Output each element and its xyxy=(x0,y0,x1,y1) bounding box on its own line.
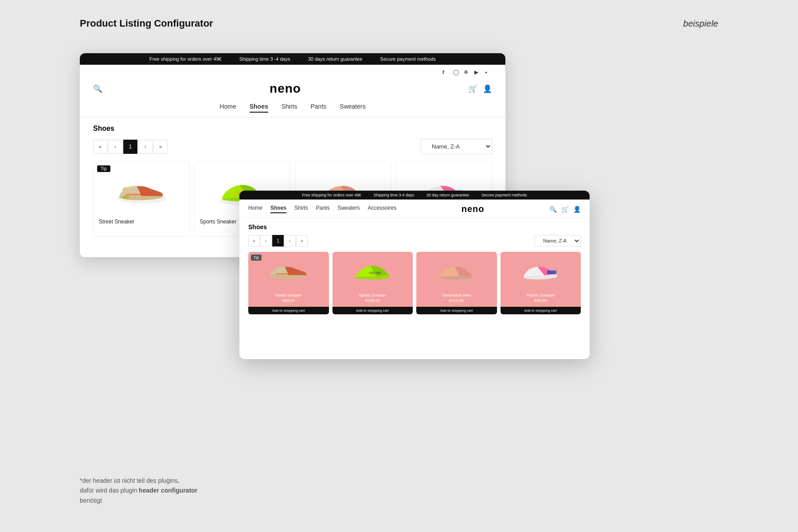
page-subtitle: beispiele xyxy=(683,19,718,29)
social-bar: 𝐟 ◯ ❉ ▶ ▪ xyxy=(93,69,492,79)
listing-controls-back: « ‹ 1 › » Name, Z-A Name, A-Z Price, low… xyxy=(93,139,492,154)
add-to-cart-1-front[interactable]: Add to shopping cart xyxy=(248,307,329,314)
footer-line-1: *der header ist nicht teil des plugins, xyxy=(80,477,180,484)
page-next-front[interactable]: › xyxy=(284,235,296,246)
footer-line-2-prefix: dafür wird das plugin xyxy=(80,487,139,494)
search-icon-front[interactable]: 🔍 xyxy=(549,206,557,213)
announcement-bar-back: Free shipping for orders over 49€ Shippi… xyxy=(80,53,505,65)
announcement-front-1: Free shipping for orders over 49€ xyxy=(302,193,361,197)
page-1-front[interactable]: 1 xyxy=(272,235,284,246)
user-icon-back[interactable]: 👤 xyxy=(483,84,492,94)
listing-title-back: Shoes xyxy=(93,125,492,133)
announcement-bar-front: Free shipping for orders over 49€ Shippi… xyxy=(239,191,590,200)
nav-shirts-front[interactable]: Shirts xyxy=(294,205,308,213)
product-price-1-front: €89,00 xyxy=(251,298,326,303)
tip-badge-1: Tip xyxy=(97,165,110,172)
nav-shoes-front[interactable]: Shoes xyxy=(270,205,286,213)
product-info-3-front: Generation New €210,00 xyxy=(416,291,497,305)
product-card-1-back[interactable]: Tip Street Sneaker xyxy=(93,161,190,237)
search-icon-back[interactable]: 🔍 xyxy=(93,84,102,94)
header-icons-front: 🔍 🛒 👤 xyxy=(549,206,581,213)
page-title: Product Listing Configurator xyxy=(80,18,213,29)
pagination-front: « ‹ 1 › » xyxy=(248,235,308,246)
product-price-2-front: €199,00 xyxy=(335,298,411,303)
instagram-icon: ◯ xyxy=(453,69,460,76)
nav-pants-front[interactable]: Pants xyxy=(316,205,330,213)
bag-icon-back[interactable]: 🛒 xyxy=(468,84,477,94)
announcement-item-4: Secure payment methods xyxy=(380,56,436,62)
page-prev-front[interactable]: ‹ xyxy=(260,235,272,246)
nav-shirts-back[interactable]: Shirts xyxy=(282,103,297,113)
product-card-3-front[interactable]: Generation New €210,00 Add to shopping c… xyxy=(416,252,497,314)
announcement-item-1: Free shipping for orders over 49€ xyxy=(149,56,222,62)
page-last-front[interactable]: » xyxy=(296,235,308,246)
sort-select-front[interactable]: Name, Z-A xyxy=(535,235,581,246)
listing-controls-front: « ‹ 1 › » Name, Z-A xyxy=(248,235,581,246)
page-next-back[interactable]: › xyxy=(138,140,153,154)
page-prev-back[interactable]: ‹ xyxy=(108,140,122,154)
product-card-2-front[interactable]: ULY-358 Sports Sneaker €199,00 Add to sh… xyxy=(332,252,413,314)
product-img-2-front: ULY-358 xyxy=(332,252,413,291)
bag-icon-front[interactable]: 🛒 xyxy=(561,206,569,213)
add-to-cart-4-front[interactable]: Add to shopping cart xyxy=(501,307,581,314)
sort-select-back[interactable]: Name, Z-A Name, A-Z Price, low to high P… xyxy=(421,139,492,154)
product-img-3-front xyxy=(416,252,497,291)
page-last-back[interactable]: » xyxy=(153,140,168,154)
footer-note: *der header ist nicht teil des plugins, … xyxy=(80,476,197,505)
announcement-front-4: Secure payment methods xyxy=(481,193,527,197)
product-name-1-front: Street Sneaker xyxy=(251,293,326,297)
product-card-1-front[interactable]: Tip Street Sneaker €89,00 Add to shoppin… xyxy=(248,252,329,314)
page-header: Product Listing Configurator beispiele xyxy=(0,0,798,43)
store-nav-back: Home Shoes Shirts Pants Sweaters xyxy=(93,98,492,117)
front-window: Free shipping for orders over 49€ Shippi… xyxy=(239,191,590,359)
product-info-2-front: Sports Sneaker €199,00 xyxy=(332,291,413,305)
nav-home-front[interactable]: Home xyxy=(248,205,262,213)
social-icons: 𝐟 ◯ ❉ ▶ ▪ xyxy=(442,69,492,76)
pinterest-icon: ❉ xyxy=(464,69,471,76)
page-first-front[interactable]: « xyxy=(248,235,260,246)
nav-home-back[interactable]: Home xyxy=(219,103,236,113)
svg-rect-1 xyxy=(126,194,153,195)
announcement-front-3: 30 day return guarantee xyxy=(426,193,469,197)
announcement-item-2: Shipping time 3 -4 days xyxy=(239,56,290,62)
svg-point-2 xyxy=(122,195,129,199)
youtube-icon: ▶ xyxy=(474,69,481,76)
add-to-cart-2-front[interactable]: Add to shopping cart xyxy=(332,307,413,314)
nav-shoes-back[interactable]: Shoes xyxy=(250,103,268,113)
header-nav-front: Home Shoes Shirts Pants Sweaters Accesso… xyxy=(248,200,581,218)
store-logo-back: neno xyxy=(102,82,468,96)
svg-rect-13 xyxy=(276,273,298,274)
product-price-3-front: €210,00 xyxy=(419,298,494,303)
nav-accessories-front[interactable]: Accessoires xyxy=(368,205,396,213)
nav-sweaters-front[interactable]: Sweaters xyxy=(337,205,360,213)
svg-text:ULY-358: ULY-358 xyxy=(370,271,381,274)
header-middle: 🔍 neno 🛒 👤 xyxy=(93,79,492,98)
listing-title-front: Shoes xyxy=(248,223,581,231)
product-name-2-front: Sports Sneaker xyxy=(335,293,411,297)
footer-line-3: benötigt xyxy=(80,497,102,504)
product-info-4-front: Fusion Sneaker €99,99 xyxy=(501,291,581,305)
footer-line-2-bold: header configurator xyxy=(139,487,197,494)
announcement-item-3: 30 days return guarantee xyxy=(308,56,363,62)
product-name-1-back: Street Sneaker xyxy=(99,219,184,225)
store-logo-front: neno xyxy=(462,204,485,214)
nav-left-front: Home Shoes Shirts Pants Sweaters Accesso… xyxy=(248,205,396,213)
product-grid-front: Tip Street Sneaker €89,00 Add to shoppin… xyxy=(248,252,581,314)
product-img-1-back xyxy=(99,167,184,216)
tip-badge-front-1: Tip xyxy=(251,254,262,261)
product-name-4-front: Fusion Sneaker xyxy=(503,293,579,297)
svg-rect-15 xyxy=(547,270,556,274)
user-icon-front[interactable]: 👤 xyxy=(573,206,581,213)
store-header-front: Home Shoes Shirts Pants Sweaters Accesso… xyxy=(239,200,590,218)
page-1-back[interactable]: 1 xyxy=(123,140,137,154)
add-to-cart-3-front[interactable]: Add to shopping cart xyxy=(416,307,497,314)
nav-sweaters-back[interactable]: Sweaters xyxy=(340,103,365,113)
header-right-icons: 🛒 👤 xyxy=(468,84,492,94)
linkedin-icon: ▪ xyxy=(485,69,492,76)
page-first-back[interactable]: « xyxy=(93,140,107,154)
product-info-1-front: Street Sneaker €89,00 xyxy=(248,291,329,305)
product-card-4-front[interactable]: Fusion Sneaker €99,99 Add to shopping ca… xyxy=(501,252,581,314)
nav-pants-back[interactable]: Pants xyxy=(311,103,327,113)
pagination-back: « ‹ 1 › » xyxy=(93,140,168,154)
announcement-front-2: Shipping time 3-4 days xyxy=(373,193,414,197)
